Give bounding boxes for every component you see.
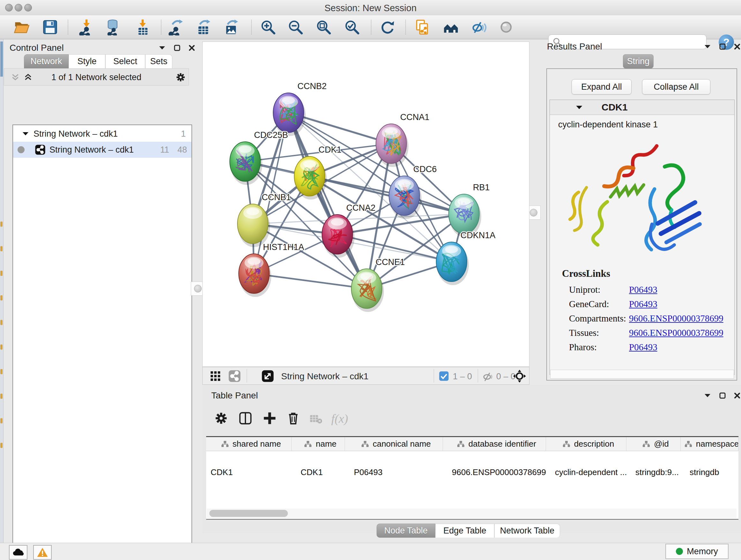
eye-slash-icon (470, 19, 487, 36)
tab-node-table[interactable]: Node Table (377, 523, 435, 538)
tab-network[interactable]: Network (24, 54, 69, 68)
network-node-CCNB1[interactable] (238, 204, 270, 247)
show-eye-button[interactable] (497, 18, 515, 36)
copy-network-documents-button[interactable] (413, 18, 431, 36)
string-share-button-icon[interactable] (228, 370, 241, 382)
node-label-CCNB1: CCNB1 (262, 192, 291, 202)
tab-edge-table[interactable]: Edge Table (435, 523, 494, 538)
memory-button[interactable]: Memory (665, 544, 729, 559)
grid-view-icon[interactable] (210, 370, 221, 382)
collapse-all-button[interactable]: Collapse All (642, 79, 711, 95)
tab-network-table[interactable]: Network Table (494, 523, 560, 538)
status-bar: Memory (0, 543, 741, 560)
export-table-button[interactable] (194, 18, 212, 36)
crosslink-label: Compartments: (569, 313, 629, 324)
show-columns-icon[interactable] (238, 411, 253, 426)
network-node-CDKN1A[interactable] (436, 242, 469, 285)
selected-checkbox-icon[interactable] (439, 371, 449, 381)
import-network-database-button[interactable] (105, 18, 122, 36)
crosslink-tissues-link[interactable]: 9606.ENSP00000378699 (629, 327, 724, 338)
crosslink-genecard-link[interactable]: P06493 (629, 299, 657, 309)
network-collection-row[interactable]: String Network – cdk1 1 (13, 126, 192, 142)
float-panel-icon[interactable] (719, 392, 726, 399)
zoom-selected-button[interactable] (343, 18, 361, 36)
import-table-file-button[interactable] (134, 18, 151, 36)
protein-structure-image (559, 133, 719, 261)
node-table[interactable]: shared namenamecanonical namedatabase id… (206, 436, 738, 521)
section-expander-icon[interactable] (576, 105, 583, 110)
zoom-in-button[interactable] (259, 18, 277, 36)
collapse-panel-icon[interactable] (704, 393, 711, 398)
column-header-6[interactable]: namespace (681, 437, 738, 451)
network-selection-status: 1 of 1 Network selected (4, 72, 189, 82)
table-cell[interactable]: cyclin-dependent ... (546, 465, 626, 479)
column-header-4[interactable]: description (546, 437, 626, 451)
table-cell[interactable]: P06493 (345, 465, 443, 479)
close-panel-icon[interactable] (189, 45, 195, 51)
float-panel-icon[interactable] (719, 44, 726, 50)
cloud-icon (12, 548, 24, 557)
tab-string[interactable]: String (623, 54, 654, 68)
node-label-RB1: RB1 (473, 183, 490, 192)
network-node-CCNA2[interactable] (322, 214, 354, 258)
crosslink-label: Pharos: (569, 342, 629, 353)
float-panel-icon[interactable] (174, 45, 180, 51)
open-in-window-icon[interactable] (261, 370, 274, 382)
zoom-fit-button[interactable] (315, 18, 333, 36)
node-section-header[interactable]: CDK1 (550, 100, 734, 115)
hidden-eye-slash-icon[interactable] (482, 370, 494, 382)
collapse-panel-icon[interactable] (704, 44, 711, 49)
table-hscroll-thumb[interactable] (209, 510, 288, 517)
network-node-HIST1H1A[interactable] (239, 254, 271, 297)
table-settings-gear-icon[interactable] (214, 411, 228, 426)
tab-style[interactable]: Style (69, 54, 105, 68)
string-homes-button[interactable] (442, 18, 460, 36)
close-panel-icon[interactable] (734, 392, 740, 399)
save-session-button[interactable] (41, 18, 59, 36)
network-node-CCNB2[interactable] (273, 93, 306, 136)
open-session-button[interactable] (13, 18, 30, 36)
table-cell[interactable]: stringdb:9... (626, 465, 681, 479)
warning-icon (37, 547, 48, 557)
export-network-icon (167, 19, 184, 36)
memory-status-dot (676, 548, 683, 555)
expand-all-button[interactable]: Expand All (571, 79, 631, 95)
network-options-gear-icon[interactable] (175, 72, 186, 83)
export-image-button[interactable] (222, 18, 240, 36)
export-network-button[interactable] (167, 18, 185, 36)
results-scroll-track[interactable] (550, 370, 734, 379)
close-panel-icon[interactable] (734, 44, 740, 50)
refresh-button[interactable] (379, 18, 396, 36)
move-crosshair-icon[interactable] (513, 369, 526, 383)
table-cell[interactable]: 9606.ENSP00000378699 (443, 465, 546, 479)
column-header-2[interactable]: canonical name (345, 437, 443, 451)
cloud-button[interactable] (9, 545, 27, 560)
table-hscroll-track[interactable] (207, 509, 737, 518)
collapse-panel-icon[interactable] (158, 45, 165, 51)
tab-select[interactable]: Select (105, 54, 145, 68)
network-graph[interactable]: CCNB2CCNA1CDC25BCDK1CDC6RB1CCNB1CCNA2CDK… (203, 42, 529, 367)
results-panel: Results Panel String Expand All Collapse… (544, 39, 741, 386)
network-node-CCNE1[interactable] (351, 269, 384, 312)
table-cell[interactable]: CDK1 (206, 465, 292, 479)
column-header-3[interactable]: database identifier (443, 437, 546, 451)
column-header-1[interactable]: name (292, 437, 345, 451)
import-network-file-button[interactable] (77, 18, 95, 36)
crosslink-compartments-link[interactable]: 9606.ENSP00000378699 (629, 313, 724, 324)
table-cell[interactable]: stringdb (681, 465, 738, 479)
add-column-icon[interactable] (262, 411, 277, 426)
network-node-CDC6[interactable] (389, 176, 421, 219)
warnings-button[interactable] (33, 545, 52, 560)
column-header-0[interactable]: shared name (206, 437, 292, 451)
table-cell[interactable]: CDK1 (292, 465, 345, 479)
crosslink-uniprot-link[interactable]: P06493 (629, 285, 657, 295)
network-view-canvas[interactable]: CCNB2CCNA1CDC25BCDK1CDC6RB1CCNB1CCNA2CDK… (202, 42, 529, 367)
hide-glasses-button[interactable] (470, 18, 488, 36)
zoom-out-button[interactable] (286, 18, 305, 36)
column-header-5[interactable]: @id (626, 437, 681, 451)
collection-expander-icon[interactable] (22, 131, 29, 136)
delete-column-trash-icon[interactable] (286, 411, 300, 426)
network-row[interactable]: String Network – cdk1 11 48 (13, 142, 192, 158)
tab-sets[interactable]: Sets (145, 54, 172, 68)
crosslink-pharos-link[interactable]: P06493 (629, 342, 657, 353)
